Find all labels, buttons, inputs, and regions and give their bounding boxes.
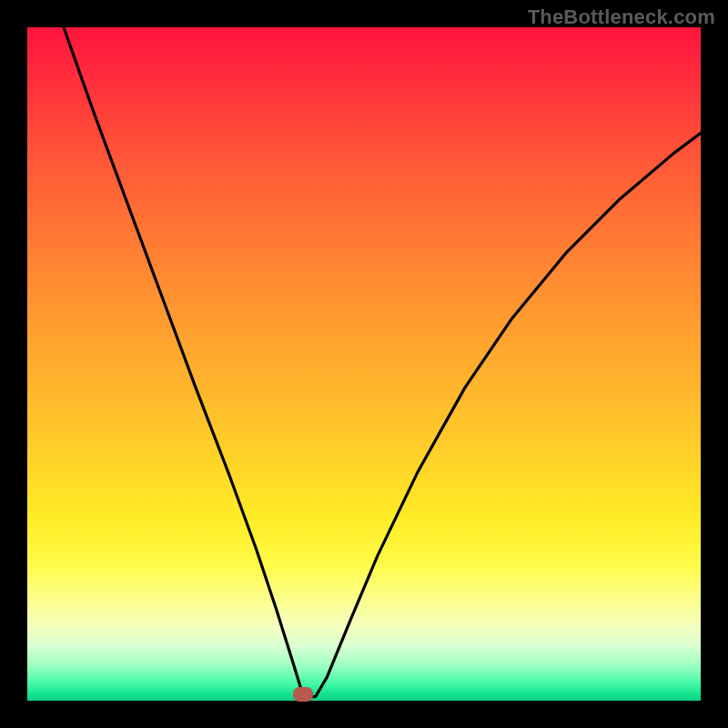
optimal-point-marker (293, 687, 313, 702)
plot-area (27, 27, 701, 701)
bottleneck-curve (27, 27, 701, 701)
watermark-text: TheBottleneck.com (528, 5, 715, 29)
